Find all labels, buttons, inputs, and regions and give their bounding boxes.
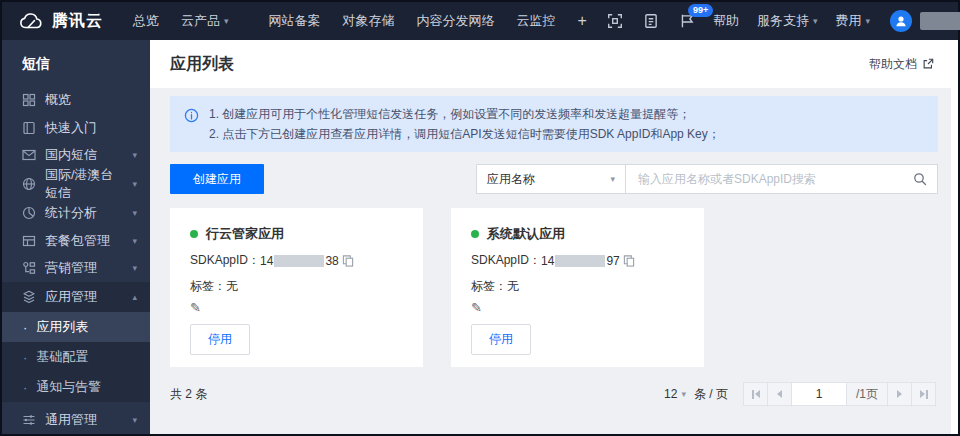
create-app-button[interactable]: 创建应用 xyxy=(170,164,264,194)
help-doc-link[interactable]: 帮助文档 xyxy=(869,56,934,73)
chevron-down-icon: ▾ xyxy=(813,16,818,26)
first-page-button[interactable] xyxy=(743,382,768,406)
sidebar-item-label: 套餐包管理 xyxy=(45,232,110,250)
chevron-down-icon: ▾ xyxy=(132,208,137,218)
total-count: 共 2 条 xyxy=(170,386,207,403)
disable-app-button[interactable]: 停用 xyxy=(190,324,250,355)
support-menu[interactable]: 服务支持 ▾ xyxy=(757,12,818,30)
nav-cdn[interactable]: 内容分发网络 xyxy=(417,12,495,30)
nav-overview[interactable]: 总览 xyxy=(133,12,159,30)
user-avatar[interactable] xyxy=(890,10,912,32)
chevron-down-icon: ▾ xyxy=(132,179,137,189)
external-link-icon xyxy=(922,58,934,70)
sidebar-group-app-management: 应用管理 ▴ · 应用列表 · 基础配置 · 通知与告警 xyxy=(2,282,150,402)
nav-cloud-monitor[interactable]: 云监控 xyxy=(517,12,556,30)
sidebar-item-general-management[interactable]: 通用管理 ▾ xyxy=(2,406,150,434)
app-card[interactable]: 系统默认应用 SDKAppID： 14 97 xyxy=(451,208,704,367)
page-size-value: 12 xyxy=(664,387,677,401)
package-icon xyxy=(22,234,36,248)
scan-icon[interactable] xyxy=(607,13,623,29)
add-shortcut-button[interactable]: + xyxy=(578,12,587,30)
copy-icon[interactable] xyxy=(623,255,635,267)
sidebar-item-app-management[interactable]: 应用管理 ▴ xyxy=(2,282,150,312)
sidebar-item-label: 通用管理 xyxy=(45,411,97,429)
sdkappid-label: SDKAppID： xyxy=(190,252,260,269)
chevron-down-icon: ▾ xyxy=(132,263,137,273)
sidebar-item-statistics[interactable]: 统计分析 ▾ xyxy=(2,199,150,227)
document-icon[interactable] xyxy=(643,13,659,29)
page-number-input[interactable] xyxy=(792,386,846,402)
toolbar: 创建应用 应用名称 ▾ xyxy=(170,164,938,194)
scrollbar-track[interactable] xyxy=(951,40,958,434)
nav-object-storage[interactable]: 对象存储 xyxy=(343,12,395,30)
notification-badge: 99+ xyxy=(688,4,713,17)
edit-tag-icon[interactable]: ✎ xyxy=(190,300,403,315)
billing-menu[interactable]: 费用 ▾ xyxy=(835,12,870,30)
list-footer: 共 2 条 12 ▾ 条 / 页 xyxy=(170,382,938,406)
sidebar-item-overview[interactable]: 概览 xyxy=(2,86,150,114)
chevron-down-icon: ▾ xyxy=(224,16,229,26)
sidebar-title: 短信 xyxy=(2,40,150,86)
book-icon xyxy=(22,121,36,135)
sliders-icon xyxy=(22,413,36,427)
disable-app-button[interactable]: 停用 xyxy=(471,324,531,355)
chevron-down-icon: ▾ xyxy=(681,389,686,399)
app-card[interactable]: 行云管家应用 SDKAppID： 14 38 xyxy=(170,208,423,367)
search-input[interactable] xyxy=(636,171,907,187)
chevron-down-icon: ▾ xyxy=(865,16,870,26)
chevron-down-icon: ▾ xyxy=(132,150,137,160)
flag-icon[interactable]: 99+ xyxy=(679,13,695,29)
per-page-label: 条 / 页 xyxy=(694,386,728,403)
sidebar-subitem-label: 应用列表 xyxy=(36,318,88,336)
sidebar-subitem-label: 通知与告警 xyxy=(36,378,101,396)
search-group: 应用名称 ▾ xyxy=(476,164,938,194)
copy-icon[interactable] xyxy=(342,255,354,267)
sidebar-item-packages[interactable]: 套餐包管理 ▾ xyxy=(2,227,150,255)
chevron-down-icon: ▾ xyxy=(132,415,137,425)
topbar: 腾讯云 总览 云产品 ▾ 网站备案 对象存储 内容分发网络 云监控 + xyxy=(2,2,958,40)
prev-page-button[interactable] xyxy=(767,382,792,406)
status-dot-enabled xyxy=(471,230,479,238)
sidebar-item-label: 国际/港澳台短信 xyxy=(45,166,123,202)
banner-line-1: 1. 创建应用可用于个性化管理短信发送任务，例如设置不同的发送频率和发送超量提醒… xyxy=(209,104,720,124)
sidebar-subitem-app-list[interactable]: · 应用列表 xyxy=(2,312,150,342)
sidebar-item-label: 国内短信 xyxy=(45,146,97,164)
main-area: 应用列表 帮助文档 xyxy=(150,40,958,434)
edit-tag-icon[interactable]: ✎ xyxy=(471,300,684,315)
filter-type-select[interactable]: 应用名称 ▾ xyxy=(476,164,626,194)
page-total-label: /1页 xyxy=(846,382,888,406)
sidebar-subitem-label: 基础配置 xyxy=(36,348,88,366)
tag-label: 标签： xyxy=(190,278,226,295)
sidebar: 短信 概览 快速入门 xyxy=(2,40,150,434)
nav-cloud-products[interactable]: 云产品 ▾ xyxy=(181,12,229,30)
account-name-redacted[interactable] xyxy=(920,12,960,30)
bullet-icon: · xyxy=(23,380,27,395)
status-dot-enabled xyxy=(190,230,198,238)
nav-website-icp[interactable]: 网站备案 xyxy=(269,12,321,30)
sdkappid-redacted xyxy=(274,255,324,267)
search-icon[interactable] xyxy=(913,172,927,186)
sdkappid-redacted xyxy=(555,255,605,267)
app-window: 腾讯云 总览 云产品 ▾ 网站备案 对象存储 内容分发网络 云监控 + xyxy=(0,0,960,436)
sidebar-subitem-alerts[interactable]: · 通知与告警 xyxy=(2,372,150,402)
grid-icon xyxy=(22,93,36,107)
page-size-select[interactable]: 12 ▾ xyxy=(664,387,686,401)
banner-line-2: 2. 点击下方已创建应用查看应用详情，调用短信API发送短信时需要使用SDK A… xyxy=(209,124,720,144)
info-icon xyxy=(184,108,199,123)
tencent-cloud-logo[interactable]: 腾讯云 xyxy=(18,11,103,32)
sidebar-item-quickstart[interactable]: 快速入门 xyxy=(2,114,150,142)
sidebar-item-intl-sms[interactable]: 国际/港澳台短信 ▾ xyxy=(2,169,150,199)
pager: /1页 xyxy=(744,382,936,406)
sidebar-item-domestic-sms[interactable]: 国内短信 ▾ xyxy=(2,141,150,169)
banner-text: 1. 创建应用可用于个性化管理短信发送任务，例如设置不同的发送频率和发送超量提醒… xyxy=(209,104,720,144)
chevron-down-icon: ▾ xyxy=(132,236,137,246)
last-page-button[interactable] xyxy=(911,382,936,406)
next-page-button[interactable] xyxy=(887,382,912,406)
sidebar-item-marketing[interactable]: 营销管理 ▾ xyxy=(2,255,150,283)
content: 1. 创建应用可用于个性化管理短信发送任务，例如设置不同的发送频率和发送超量提醒… xyxy=(150,88,958,434)
sidebar-subitem-basic-config[interactable]: · 基础配置 xyxy=(2,342,150,372)
sdkappid-suffix: 97 xyxy=(606,254,619,268)
help-link[interactable]: 帮助 xyxy=(713,12,739,30)
topbar-right: 99+ 帮助 服务支持 ▾ 费用 ▾ ▾ xyxy=(587,10,960,32)
sidebar-item-label: 统计分析 xyxy=(45,204,97,222)
